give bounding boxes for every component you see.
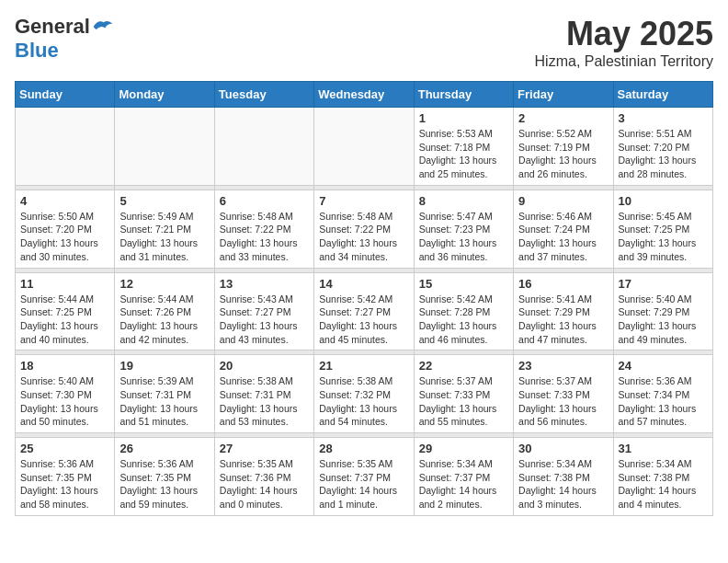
day-number: 16 — [518, 277, 608, 291]
day-number: 25 — [20, 442, 109, 455]
day-number: 7 — [319, 194, 408, 208]
header-wednesday: Wednesday — [314, 82, 414, 108]
day-number: 12 — [119, 277, 209, 291]
logo-blue-text: Blue — [15, 39, 59, 63]
day-info: Sunrise: 5:48 AM Sunset: 7:22 PM Dayligh… — [220, 210, 309, 264]
calendar-day-cell: 16Sunrise: 5:41 AM Sunset: 7:29 PM Dayli… — [514, 272, 613, 350]
day-number: 20 — [220, 359, 309, 373]
calendar-day-cell: 19Sunrise: 5:39 AM Sunset: 7:31 PM Dayli… — [115, 355, 214, 433]
calendar-day-cell: 24Sunrise: 5:36 AM Sunset: 7:34 PM Dayli… — [613, 355, 712, 433]
day-info: Sunrise: 5:36 AM Sunset: 7:35 PM Dayligh… — [20, 457, 109, 511]
header-thursday: Thursday — [414, 82, 513, 108]
calendar-day-cell: 20Sunrise: 5:38 AM Sunset: 7:31 PM Dayli… — [214, 355, 313, 433]
day-number: 10 — [619, 194, 708, 208]
calendar-day-cell: 7Sunrise: 5:48 AM Sunset: 7:22 PM Daylig… — [314, 190, 414, 268]
day-info: Sunrise: 5:49 AM Sunset: 7:21 PM Dayligh… — [119, 210, 209, 264]
day-info: Sunrise: 5:42 AM Sunset: 7:27 PM Dayligh… — [319, 293, 408, 347]
calendar-day-cell: 4Sunrise: 5:50 AM Sunset: 7:20 PM Daylig… — [16, 190, 115, 268]
calendar-day-cell: 6Sunrise: 5:48 AM Sunset: 7:22 PM Daylig… — [214, 190, 313, 268]
day-number: 13 — [220, 277, 309, 291]
day-info: Sunrise: 5:38 AM Sunset: 7:31 PM Dayligh… — [220, 374, 309, 429]
day-info: Sunrise: 5:47 AM Sunset: 7:23 PM Dayligh… — [419, 210, 508, 264]
page-header: General Blue May 2025 Hizma, Palestinian… — [15, 15, 713, 70]
day-info: Sunrise: 5:44 AM Sunset: 7:25 PM Dayligh… — [20, 293, 109, 347]
day-number: 14 — [319, 277, 408, 291]
calendar-day-cell — [214, 108, 313, 186]
calendar-day-cell: 27Sunrise: 5:35 AM Sunset: 7:36 PM Dayli… — [214, 438, 313, 516]
calendar-day-cell — [314, 108, 414, 186]
day-info: Sunrise: 5:40 AM Sunset: 7:29 PM Dayligh… — [619, 293, 708, 347]
day-info: Sunrise: 5:36 AM Sunset: 7:35 PM Dayligh… — [119, 457, 209, 511]
day-info: Sunrise: 5:36 AM Sunset: 7:34 PM Dayligh… — [619, 374, 708, 429]
calendar-day-cell: 29Sunrise: 5:34 AM Sunset: 7:37 PM Dayli… — [414, 438, 513, 516]
calendar-day-cell: 22Sunrise: 5:37 AM Sunset: 7:33 PM Dayli… — [414, 355, 513, 433]
calendar-day-cell: 26Sunrise: 5:36 AM Sunset: 7:35 PM Dayli… — [115, 438, 214, 516]
day-info: Sunrise: 5:42 AM Sunset: 7:28 PM Dayligh… — [419, 293, 508, 347]
calendar-week-1: 1Sunrise: 5:53 AM Sunset: 7:18 PM Daylig… — [16, 108, 713, 186]
calendar-day-cell: 11Sunrise: 5:44 AM Sunset: 7:25 PM Dayli… — [16, 272, 115, 350]
day-number: 3 — [619, 111, 708, 125]
calendar-day-cell — [16, 108, 115, 186]
day-number: 15 — [419, 277, 508, 291]
day-number: 31 — [619, 442, 708, 455]
day-info: Sunrise: 5:52 AM Sunset: 7:19 PM Dayligh… — [518, 127, 608, 181]
calendar-day-cell: 14Sunrise: 5:42 AM Sunset: 7:27 PM Dayli… — [314, 272, 414, 350]
day-info: Sunrise: 5:35 AM Sunset: 7:36 PM Dayligh… — [220, 457, 309, 511]
calendar-day-cell: 31Sunrise: 5:34 AM Sunset: 7:38 PM Dayli… — [613, 438, 712, 516]
day-number: 4 — [20, 194, 109, 208]
calendar-day-cell: 23Sunrise: 5:37 AM Sunset: 7:33 PM Dayli… — [514, 355, 613, 433]
calendar-day-cell — [115, 108, 214, 186]
day-info: Sunrise: 5:48 AM Sunset: 7:22 PM Dayligh… — [319, 210, 408, 264]
day-number: 19 — [119, 359, 209, 373]
day-number: 9 — [518, 194, 608, 208]
calendar-day-cell: 1Sunrise: 5:53 AM Sunset: 7:18 PM Daylig… — [414, 108, 513, 186]
calendar-week-4: 18Sunrise: 5:40 AM Sunset: 7:30 PM Dayli… — [16, 355, 713, 433]
calendar-day-cell: 10Sunrise: 5:45 AM Sunset: 7:25 PM Dayli… — [613, 190, 712, 268]
calendar-day-cell: 3Sunrise: 5:51 AM Sunset: 7:20 PM Daylig… — [613, 108, 712, 186]
calendar-day-cell: 18Sunrise: 5:40 AM Sunset: 7:30 PM Dayli… — [16, 355, 115, 433]
title-section: May 2025 Hizma, Palestinian Territory — [535, 15, 713, 70]
day-info: Sunrise: 5:38 AM Sunset: 7:32 PM Dayligh… — [319, 374, 408, 429]
calendar-week-5: 25Sunrise: 5:36 AM Sunset: 7:35 PM Dayli… — [16, 438, 713, 516]
calendar-day-cell: 21Sunrise: 5:38 AM Sunset: 7:32 PM Dayli… — [314, 355, 414, 433]
header-friday: Friday — [514, 82, 613, 108]
day-info: Sunrise: 5:45 AM Sunset: 7:25 PM Dayligh… — [619, 210, 708, 264]
day-info: Sunrise: 5:51 AM Sunset: 7:20 PM Dayligh… — [619, 127, 708, 181]
calendar-day-cell: 8Sunrise: 5:47 AM Sunset: 7:23 PM Daylig… — [414, 190, 513, 268]
day-info: Sunrise: 5:34 AM Sunset: 7:38 PM Dayligh… — [619, 457, 708, 511]
day-info: Sunrise: 5:40 AM Sunset: 7:30 PM Dayligh… — [20, 374, 109, 429]
calendar-day-cell: 5Sunrise: 5:49 AM Sunset: 7:21 PM Daylig… — [115, 190, 214, 268]
day-number: 18 — [20, 359, 109, 373]
calendar-day-cell: 15Sunrise: 5:42 AM Sunset: 7:28 PM Dayli… — [414, 272, 513, 350]
logo: General Blue — [15, 15, 114, 63]
location-text: Hizma, Palestinian Territory — [535, 53, 713, 70]
day-number: 24 — [619, 359, 708, 373]
day-info: Sunrise: 5:50 AM Sunset: 7:20 PM Dayligh… — [20, 210, 109, 264]
calendar-day-cell: 28Sunrise: 5:35 AM Sunset: 7:37 PM Dayli… — [314, 438, 414, 516]
header-saturday: Saturday — [613, 82, 712, 108]
day-info: Sunrise: 5:46 AM Sunset: 7:24 PM Dayligh… — [518, 210, 608, 264]
day-number: 11 — [20, 277, 109, 291]
calendar-week-2: 4Sunrise: 5:50 AM Sunset: 7:20 PM Daylig… — [16, 190, 713, 268]
logo-bird-icon — [92, 17, 114, 36]
day-number: 23 — [518, 359, 608, 373]
header-monday: Monday — [115, 82, 214, 108]
day-info: Sunrise: 5:41 AM Sunset: 7:29 PM Dayligh… — [518, 293, 608, 347]
day-number: 29 — [419, 442, 508, 455]
calendar-day-cell: 30Sunrise: 5:34 AM Sunset: 7:38 PM Dayli… — [514, 438, 613, 516]
month-title: May 2025 — [535, 15, 713, 53]
calendar-day-cell: 17Sunrise: 5:40 AM Sunset: 7:29 PM Dayli… — [613, 272, 712, 350]
day-number: 22 — [419, 359, 508, 373]
day-info: Sunrise: 5:37 AM Sunset: 7:33 PM Dayligh… — [419, 374, 508, 429]
day-number: 5 — [119, 194, 209, 208]
day-number: 17 — [619, 277, 708, 291]
day-number: 1 — [419, 111, 508, 125]
day-number: 26 — [119, 442, 209, 455]
day-number: 21 — [319, 359, 408, 373]
day-number: 27 — [220, 442, 309, 455]
day-number: 28 — [319, 442, 408, 455]
weekday-header-row: Sunday Monday Tuesday Wednesday Thursday… — [16, 82, 713, 108]
calendar-day-cell: 25Sunrise: 5:36 AM Sunset: 7:35 PM Dayli… — [16, 438, 115, 516]
calendar-day-cell: 13Sunrise: 5:43 AM Sunset: 7:27 PM Dayli… — [214, 272, 313, 350]
day-info: Sunrise: 5:35 AM Sunset: 7:37 PM Dayligh… — [319, 457, 408, 511]
